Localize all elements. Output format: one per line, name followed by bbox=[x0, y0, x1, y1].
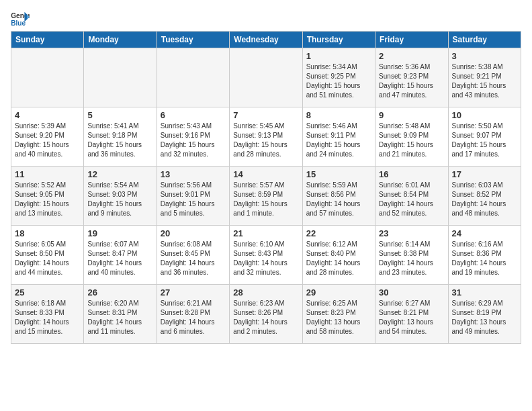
day-number: 6 bbox=[161, 110, 226, 120]
day-number: 30 bbox=[379, 287, 444, 298]
day-number: 8 bbox=[306, 110, 371, 120]
calendar-cell bbox=[84, 48, 157, 107]
header: General Blue bbox=[11, 11, 521, 27]
day-number: 16 bbox=[379, 169, 444, 179]
calendar-cell: 13Sunrise: 5:56 AM Sunset: 9:01 PM Dayli… bbox=[157, 167, 229, 226]
day-number: 5 bbox=[87, 110, 152, 120]
day-number: 11 bbox=[15, 169, 80, 179]
day-number: 28 bbox=[233, 287, 298, 298]
day-info: Sunrise: 6:27 AM Sunset: 8:21 PM Dayligh… bbox=[379, 299, 444, 336]
day-info: Sunrise: 6:16 AM Sunset: 8:36 PM Dayligh… bbox=[452, 240, 517, 277]
day-number: 1 bbox=[306, 51, 371, 61]
day-info: Sunrise: 6:20 AM Sunset: 8:31 PM Dayligh… bbox=[87, 299, 152, 336]
calendar-cell: 8Sunrise: 5:46 AM Sunset: 9:11 PM Daylig… bbox=[302, 107, 375, 167]
calendar-cell: 1Sunrise: 5:34 AM Sunset: 9:25 PM Daylig… bbox=[302, 48, 375, 107]
column-header-saturday: Saturday bbox=[448, 32, 521, 48]
day-info: Sunrise: 5:59 AM Sunset: 8:56 PM Dayligh… bbox=[306, 181, 371, 218]
day-info: Sunrise: 6:03 AM Sunset: 8:52 PM Dayligh… bbox=[452, 181, 517, 218]
day-number: 24 bbox=[452, 228, 517, 238]
calendar-cell bbox=[157, 48, 229, 107]
calendar-cell: 27Sunrise: 6:21 AM Sunset: 8:28 PM Dayli… bbox=[157, 285, 229, 344]
day-info: Sunrise: 6:07 AM Sunset: 8:47 PM Dayligh… bbox=[87, 240, 152, 277]
day-info: Sunrise: 5:34 AM Sunset: 9:25 PM Dayligh… bbox=[306, 62, 371, 100]
calendar-cell bbox=[11, 48, 84, 107]
week-row-1: 1Sunrise: 5:34 AM Sunset: 9:25 PM Daylig… bbox=[11, 48, 521, 107]
week-row-4: 18Sunrise: 6:05 AM Sunset: 8:50 PM Dayli… bbox=[11, 226, 521, 285]
logo: General Blue bbox=[11, 11, 32, 27]
day-number: 13 bbox=[161, 169, 226, 179]
day-info: Sunrise: 6:23 AM Sunset: 8:26 PM Dayligh… bbox=[233, 299, 298, 336]
day-number: 2 bbox=[379, 51, 444, 61]
calendar-cell: 4Sunrise: 5:39 AM Sunset: 9:20 PM Daylig… bbox=[11, 107, 84, 167]
week-row-3: 11Sunrise: 5:52 AM Sunset: 9:05 PM Dayli… bbox=[11, 167, 521, 226]
day-number: 10 bbox=[452, 110, 517, 120]
calendar-cell: 9Sunrise: 5:48 AM Sunset: 9:09 PM Daylig… bbox=[375, 107, 448, 167]
day-info: Sunrise: 5:46 AM Sunset: 9:11 PM Dayligh… bbox=[306, 122, 371, 159]
day-info: Sunrise: 5:45 AM Sunset: 9:13 PM Dayligh… bbox=[233, 122, 298, 159]
day-info: Sunrise: 6:10 AM Sunset: 8:43 PM Dayligh… bbox=[233, 240, 298, 277]
calendar-cell: 19Sunrise: 6:07 AM Sunset: 8:47 PM Dayli… bbox=[84, 226, 157, 285]
calendar-cell: 17Sunrise: 6:03 AM Sunset: 8:52 PM Dayli… bbox=[448, 167, 521, 226]
calendar-cell: 3Sunrise: 5:38 AM Sunset: 9:21 PM Daylig… bbox=[448, 48, 521, 107]
day-number: 14 bbox=[233, 169, 298, 179]
day-number: 7 bbox=[233, 110, 298, 120]
day-info: Sunrise: 5:56 AM Sunset: 9:01 PM Dayligh… bbox=[161, 181, 226, 218]
day-number: 12 bbox=[87, 169, 152, 179]
calendar-cell: 20Sunrise: 6:08 AM Sunset: 8:45 PM Dayli… bbox=[157, 226, 229, 285]
week-row-2: 4Sunrise: 5:39 AM Sunset: 9:20 PM Daylig… bbox=[11, 107, 521, 167]
calendar-cell: 21Sunrise: 6:10 AM Sunset: 8:43 PM Dayli… bbox=[230, 226, 302, 285]
column-header-wednesday: Wednesday bbox=[230, 32, 302, 48]
day-info: Sunrise: 6:05 AM Sunset: 8:50 PM Dayligh… bbox=[15, 240, 80, 277]
day-number: 21 bbox=[233, 228, 298, 238]
calendar-cell: 30Sunrise: 6:27 AM Sunset: 8:21 PM Dayli… bbox=[375, 285, 448, 344]
day-number: 9 bbox=[379, 110, 444, 120]
column-header-tuesday: Tuesday bbox=[157, 32, 229, 48]
calendar-cell: 10Sunrise: 5:50 AM Sunset: 9:07 PM Dayli… bbox=[448, 107, 521, 167]
day-number: 29 bbox=[306, 287, 371, 298]
calendar-cell: 14Sunrise: 5:57 AM Sunset: 8:59 PM Dayli… bbox=[230, 167, 302, 226]
svg-text:Blue: Blue bbox=[11, 19, 26, 27]
day-info: Sunrise: 5:50 AM Sunset: 9:07 PM Dayligh… bbox=[452, 122, 517, 159]
column-header-sunday: Sunday bbox=[11, 32, 84, 48]
day-number: 15 bbox=[306, 169, 371, 179]
column-header-monday: Monday bbox=[84, 32, 157, 48]
calendar-cell: 18Sunrise: 6:05 AM Sunset: 8:50 PM Dayli… bbox=[11, 226, 84, 285]
day-number: 18 bbox=[15, 228, 80, 238]
day-info: Sunrise: 5:54 AM Sunset: 9:03 PM Dayligh… bbox=[87, 181, 152, 218]
day-info: Sunrise: 6:12 AM Sunset: 8:40 PM Dayligh… bbox=[306, 240, 371, 277]
calendar-cell: 5Sunrise: 5:41 AM Sunset: 9:18 PM Daylig… bbox=[84, 107, 157, 167]
day-number: 26 bbox=[87, 287, 152, 298]
column-header-friday: Friday bbox=[375, 32, 448, 48]
calendar-cell: 6Sunrise: 5:43 AM Sunset: 9:16 PM Daylig… bbox=[157, 107, 229, 167]
day-info: Sunrise: 5:43 AM Sunset: 9:16 PM Dayligh… bbox=[161, 122, 226, 159]
day-number: 22 bbox=[306, 228, 371, 238]
calendar-cell: 24Sunrise: 6:16 AM Sunset: 8:36 PM Dayli… bbox=[448, 226, 521, 285]
day-info: Sunrise: 5:52 AM Sunset: 9:05 PM Dayligh… bbox=[15, 181, 80, 218]
day-info: Sunrise: 5:38 AM Sunset: 9:21 PM Dayligh… bbox=[452, 62, 517, 100]
calendar-cell: 23Sunrise: 6:14 AM Sunset: 8:38 PM Dayli… bbox=[375, 226, 448, 285]
day-info: Sunrise: 6:01 AM Sunset: 8:54 PM Dayligh… bbox=[379, 181, 444, 218]
day-info: Sunrise: 5:41 AM Sunset: 9:18 PM Dayligh… bbox=[87, 122, 152, 159]
day-info: Sunrise: 5:39 AM Sunset: 9:20 PM Dayligh… bbox=[15, 122, 80, 159]
calendar-cell: 12Sunrise: 5:54 AM Sunset: 9:03 PM Dayli… bbox=[84, 167, 157, 226]
day-info: Sunrise: 6:14 AM Sunset: 8:38 PM Dayligh… bbox=[379, 240, 444, 277]
day-info: Sunrise: 6:18 AM Sunset: 8:33 PM Dayligh… bbox=[15, 299, 80, 336]
day-info: Sunrise: 6:25 AM Sunset: 8:23 PM Dayligh… bbox=[306, 299, 371, 336]
day-info: Sunrise: 5:36 AM Sunset: 9:23 PM Dayligh… bbox=[379, 62, 444, 100]
calendar-cell: 31Sunrise: 6:29 AM Sunset: 8:19 PM Dayli… bbox=[448, 285, 521, 344]
logo-icon: General Blue bbox=[11, 11, 30, 27]
day-number: 4 bbox=[15, 110, 80, 120]
calendar-cell: 7Sunrise: 5:45 AM Sunset: 9:13 PM Daylig… bbox=[230, 107, 302, 167]
calendar-cell: 25Sunrise: 6:18 AM Sunset: 8:33 PM Dayli… bbox=[11, 285, 84, 344]
day-info: Sunrise: 6:08 AM Sunset: 8:45 PM Dayligh… bbox=[161, 240, 226, 277]
day-number: 25 bbox=[15, 287, 80, 298]
calendar-cell: 28Sunrise: 6:23 AM Sunset: 8:26 PM Dayli… bbox=[230, 285, 302, 344]
calendar-cell: 2Sunrise: 5:36 AM Sunset: 9:23 PM Daylig… bbox=[375, 48, 448, 107]
calendar-cell: 15Sunrise: 5:59 AM Sunset: 8:56 PM Dayli… bbox=[302, 167, 375, 226]
calendar-cell: 16Sunrise: 6:01 AM Sunset: 8:54 PM Dayli… bbox=[375, 167, 448, 226]
day-info: Sunrise: 6:29 AM Sunset: 8:19 PM Dayligh… bbox=[452, 299, 517, 336]
day-number: 19 bbox=[87, 228, 152, 238]
day-number: 31 bbox=[452, 287, 517, 298]
day-number: 27 bbox=[161, 287, 226, 298]
calendar-cell bbox=[230, 48, 302, 107]
